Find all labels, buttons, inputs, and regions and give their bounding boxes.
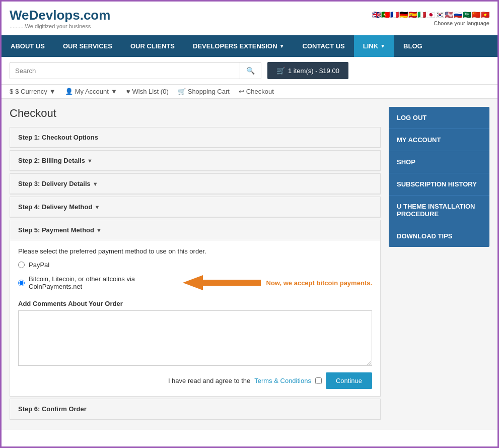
payment-instruction: Please select the preferred payment meth… [18,247,372,255]
currency-dropdown-icon: ▼ [49,88,56,95]
nav-blog[interactable]: BLOG [394,35,432,57]
step3-panel: Step 3: Delivery Details ▼ [10,173,381,195]
bitcoin-arrow-annotation: Now, we accept bitcoin payments. [183,273,372,293]
step1-header[interactable]: Step 1: Checkout Options [10,127,380,148]
sidebar-item-u-theme[interactable]: U THEME INSTALLATION PROCEDURE [389,196,489,225]
bitcoin-annotation-text: Now, we accept bitcoin payments. [266,279,372,287]
account-row: $ $ Currency ▼ 👤 My Account ▼ ♥ Wish Lis… [2,85,497,99]
search-button[interactable]: 🔍 [240,62,261,79]
account-dropdown-icon: ▼ [111,88,117,95]
sidebar: LOG OUT MY ACCOUNT SHOP SUBSCRIPTION HIS… [389,107,489,422]
step2-chevron: ▼ [87,158,93,164]
arrow-svg [183,273,263,293]
language-area: 🇬🇧 🇵🇹 🇫🇷 🇩🇪 🇪🇸 🇮🇹 🇯🇵 🇰🇷 🇺🇸 🇷🇺 🇸🇦 🇨🇳 🇻🇳 C… [372,11,489,26]
cart-button[interactable]: 🛒 1 item(s) - $19.00 [267,62,348,79]
checkout-link[interactable]: ↩ Checkout [239,88,274,95]
step3-chevron: ▼ [93,181,98,187]
sidebar-menu: LOG OUT MY ACCOUNT SHOP SUBSCRIPTION HIS… [389,107,489,247]
comments-textarea[interactable] [18,310,372,366]
bitcoin-label: Bitcoin, Litecoin, or other altcoins via… [29,275,179,290]
nav-about-us[interactable]: ABOUT US [2,35,54,57]
svg-marker-0 [183,275,261,290]
sidebar-item-download-tips[interactable]: DOWNLOAD TIPS [389,225,489,247]
dollar-icon: $ [10,88,13,95]
currency-selector[interactable]: $ $ Currency ▼ [10,88,56,95]
search-cart-row: 🔍 🛒 1 item(s) - $19.00 [2,57,497,85]
shopping-cart-link[interactable]: 🛒 Shopping Cart [178,88,230,95]
paypal-option: PayPal [18,261,372,269]
search-box: 🔍 [10,62,261,79]
cart-icon: 🛒 [276,67,285,75]
nav-link[interactable]: LINK ▼ [354,35,394,57]
step4-chevron: ▼ [94,204,100,210]
step3-header[interactable]: Step 3: Delivery Details ▼ [10,174,380,194]
checkout-area: Checkout Step 1: Checkout Options Step 2… [10,107,381,422]
link-dropdown-icon: ▼ [380,43,385,49]
search-input[interactable] [10,63,240,79]
paypal-label: PayPal [29,261,49,269]
main-navbar: ABOUT US OUR SERVICES OUR CLIENTS DEVELO… [2,35,497,57]
step5-chevron: ▼ [96,227,102,233]
cart-small-icon: 🛒 [178,88,186,95]
sidebar-item-logout[interactable]: LOG OUT [389,107,489,129]
terms-row: I have read and agree to the Terms & Con… [18,372,372,389]
step4-header[interactable]: Step 4: Delivery Method ▼ [10,197,380,217]
nav-our-clients[interactable]: OUR CLIENTS [121,35,184,57]
step5-panel: Step 5: Payment Method ▼ Please select t… [10,220,381,397]
logo-tagline: ..........We digitized your business [10,23,110,29]
nav-contact-us[interactable]: CONTACT US [294,35,354,57]
step1-panel: Step 1: Checkout Options [10,127,381,148]
sidebar-item-shop[interactable]: SHOP [389,151,489,173]
choose-language-label: Choose your language [372,20,489,26]
continue-button[interactable]: Continue [326,372,372,389]
terms-checkbox[interactable] [315,377,322,384]
main-content: Checkout Step 1: Checkout Options Step 2… [2,99,497,430]
person-icon: 👤 [65,88,73,95]
checkout-title: Checkout [10,107,381,120]
step2-header[interactable]: Step 2: Billing Details ▼ [10,151,380,171]
step5-header[interactable]: Step 5: Payment Method ▼ [10,220,380,240]
bitcoin-option: Bitcoin, Litecoin, or other altcoins via… [18,275,179,290]
bitcoin-radio[interactable] [18,280,25,286]
comments-label: Add Comments About Your Order [18,300,372,307]
wishlist-link[interactable]: ♥ Wish List (0) [126,88,169,95]
sidebar-item-subscription-history[interactable]: SUBSCRIPTION HISTORY [389,173,489,196]
step5-content: Please select the preferred payment meth… [10,240,380,396]
terms-link[interactable]: Terms & Conditions [254,377,311,385]
step6-panel: Step 6: Confirm Order [10,399,381,420]
terms-text: I have read and agree to the [168,377,250,385]
checkout-icon: ↩ [239,88,244,95]
step6-header[interactable]: Step 6: Confirm Order [10,399,380,419]
step4-panel: Step 4: Delivery Method ▼ [10,197,381,218]
bitcoin-row: Bitcoin, Litecoin, or other altcoins via… [18,273,372,293]
flag-icons[interactable]: 🇬🇧 🇵🇹 🇫🇷 🇩🇪 🇪🇸 🇮🇹 🇯🇵 🇰🇷 🇺🇸 🇷🇺 🇸🇦 🇨🇳 🇻🇳 [372,11,489,19]
step2-panel: Step 2: Billing Details ▼ [10,150,381,171]
nav-developers-extension[interactable]: DEVELOPERS EXTENSION ▼ [184,35,294,57]
heart-icon: ♥ [126,88,130,95]
nav-our-services[interactable]: OUR SERVICES [54,35,121,57]
paypal-radio[interactable] [18,262,25,268]
my-account-link[interactable]: 👤 My Account ▼ [65,88,117,95]
logo-title[interactable]: WeDevlops.com [10,8,110,23]
developers-dropdown-icon: ▼ [279,43,284,49]
comments-section: Add Comments About Your Order [18,300,372,367]
sidebar-item-my-account[interactable]: MY ACCOUNT [389,129,489,151]
